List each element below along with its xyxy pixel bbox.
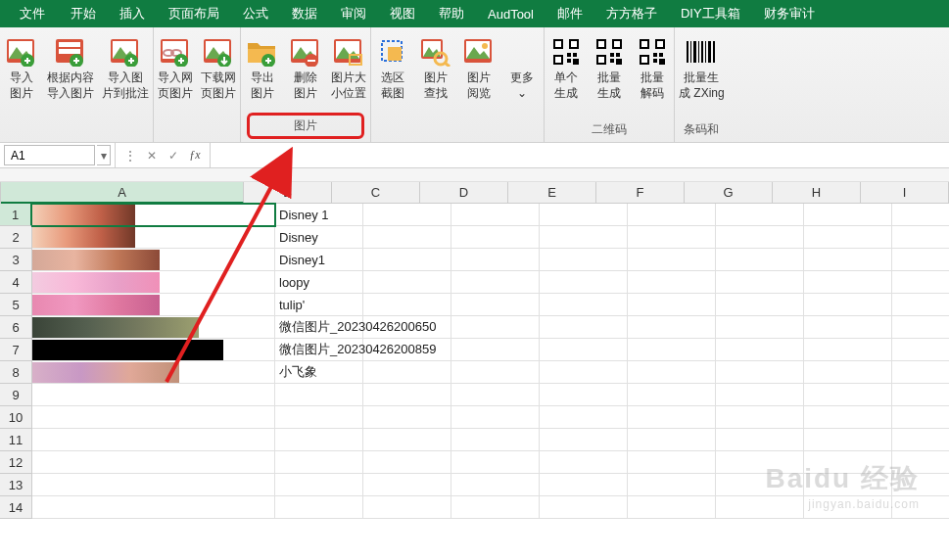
cell-I9[interactable] <box>892 384 949 406</box>
fx-button[interactable]: ƒx <box>184 146 206 165</box>
cell-F14[interactable] <box>628 496 716 519</box>
cell-I6[interactable] <box>892 316 949 339</box>
cell-D6[interactable] <box>451 316 540 339</box>
cell-D10[interactable] <box>451 406 540 429</box>
cell-H11[interactable] <box>804 429 892 451</box>
tab-data[interactable]: 数据 <box>280 0 329 27</box>
cell-B10[interactable] <box>275 406 363 429</box>
cell-C2[interactable] <box>363 226 451 249</box>
cell-F8[interactable] <box>628 361 716 384</box>
tab-ffgz[interactable]: 方方格子 <box>594 0 669 27</box>
qr-single-button[interactable]: 单个 生成 <box>545 31 588 101</box>
cell-I8[interactable] <box>892 361 949 384</box>
export-image-button[interactable]: 导出 图片 <box>241 31 284 101</box>
row-header-9[interactable]: 9 <box>0 384 32 406</box>
cell-H3[interactable] <box>804 249 892 271</box>
tab-review[interactable]: 审阅 <box>329 0 378 27</box>
col-header-A[interactable]: A <box>1 182 244 204</box>
select-all-corner[interactable] <box>0 182 1 204</box>
cell-B6[interactable]: 微信图片_20230426200650 <box>275 316 363 339</box>
cell-G1[interactable] <box>716 204 804 226</box>
tab-mail[interactable]: 邮件 <box>546 0 594 27</box>
embedded-image-row2[interactable] <box>32 227 135 248</box>
cell-F9[interactable] <box>628 384 716 406</box>
download-web-image-button[interactable]: 下载网 页图片 <box>197 31 240 101</box>
cell-B14[interactable] <box>275 496 363 519</box>
cell-D2[interactable] <box>451 226 540 249</box>
col-header-B[interactable]: B <box>244 182 332 204</box>
cell-E1[interactable] <box>540 204 628 226</box>
cell-H10[interactable] <box>804 406 892 429</box>
col-header-D[interactable]: D <box>420 182 508 204</box>
cell-H13[interactable] <box>804 474 892 496</box>
cell-F4[interactable] <box>628 271 716 294</box>
cell-B12[interactable] <box>275 451 363 474</box>
cell-B8[interactable]: 小飞象 <box>275 361 363 384</box>
qr-batch-button[interactable]: 批量 生成 <box>588 31 631 101</box>
cell-I1[interactable] <box>892 204 949 226</box>
cell-H12[interactable] <box>804 451 892 474</box>
cell-A14[interactable] <box>32 496 275 519</box>
cell-F5[interactable] <box>628 294 716 316</box>
row-header-3[interactable]: 3 <box>0 249 32 271</box>
cell-A12[interactable] <box>32 451 275 474</box>
row-header-5[interactable]: 5 <box>0 294 32 316</box>
cell-H4[interactable] <box>804 271 892 294</box>
cell-H1[interactable] <box>804 204 892 226</box>
cell-E8[interactable] <box>540 361 628 384</box>
tab-diy[interactable]: DIY工具箱 <box>669 0 752 27</box>
tab-finance[interactable]: 财务审计 <box>752 0 827 27</box>
tab-layout[interactable]: 页面布局 <box>157 0 231 27</box>
fx-dots-button[interactable]: ⋮ <box>119 146 141 165</box>
row-header-1[interactable]: 1 <box>0 204 32 226</box>
cell-B11[interactable] <box>275 429 363 451</box>
row-header-12[interactable]: 12 <box>0 451 32 474</box>
cell-C1[interactable] <box>363 204 451 226</box>
cell-H2[interactable] <box>804 226 892 249</box>
row-header-8[interactable]: 8 <box>0 361 32 384</box>
cell-C7[interactable] <box>363 339 451 361</box>
cell-G13[interactable] <box>716 474 804 496</box>
cell-G8[interactable] <box>716 361 804 384</box>
embedded-image-row1[interactable] <box>32 205 135 225</box>
cell-D8[interactable] <box>451 361 540 384</box>
cell-C4[interactable] <box>363 271 451 294</box>
row-header-2[interactable]: 2 <box>0 226 32 249</box>
more-button[interactable]: 更多⌄ <box>500 31 544 101</box>
row-header-6[interactable]: 6 <box>0 316 32 339</box>
cell-B9[interactable] <box>275 384 363 406</box>
cell-A4[interactable] <box>32 271 275 294</box>
cell-E11[interactable] <box>540 429 628 451</box>
cell-E3[interactable] <box>540 249 628 271</box>
cell-G9[interactable] <box>716 384 804 406</box>
cell-G5[interactable] <box>716 294 804 316</box>
cell-E14[interactable] <box>540 496 628 519</box>
cell-D5[interactable] <box>451 294 540 316</box>
cell-A1[interactable] <box>32 204 275 226</box>
import-to-comment-button[interactable]: 导入图 片到批注 <box>98 31 153 101</box>
import-web-image-button[interactable]: 导入网 页图片 <box>154 31 197 101</box>
row-header-7[interactable]: 7 <box>0 339 32 361</box>
cell-A9[interactable] <box>32 384 275 406</box>
cell-D11[interactable] <box>451 429 540 451</box>
cell-A11[interactable] <box>32 429 275 451</box>
cell-C5[interactable] <box>363 294 451 316</box>
cell-B7[interactable]: 微信图片_20230426200859 <box>275 339 363 361</box>
selection-screenshot-button[interactable]: 选区 截图 <box>371 31 414 101</box>
cell-I5[interactable] <box>892 294 949 316</box>
cell-I11[interactable] <box>892 429 949 451</box>
cell-F7[interactable] <box>628 339 716 361</box>
delete-image-button[interactable]: 删除 图片 <box>284 31 327 101</box>
cell-D7[interactable] <box>451 339 540 361</box>
cell-B1[interactable]: Disney 1 <box>275 204 363 226</box>
cell-C9[interactable] <box>363 384 451 406</box>
cell-E13[interactable] <box>540 474 628 496</box>
cell-E10[interactable] <box>540 406 628 429</box>
cell-B13[interactable] <box>275 474 363 496</box>
cell-A6[interactable] <box>32 316 275 339</box>
col-header-C[interactable]: C <box>332 182 420 204</box>
import-image-button[interactable]: 导入 图片 <box>0 31 43 101</box>
cell-D14[interactable] <box>451 496 540 519</box>
cell-F2[interactable] <box>628 226 716 249</box>
cell-F10[interactable] <box>628 406 716 429</box>
